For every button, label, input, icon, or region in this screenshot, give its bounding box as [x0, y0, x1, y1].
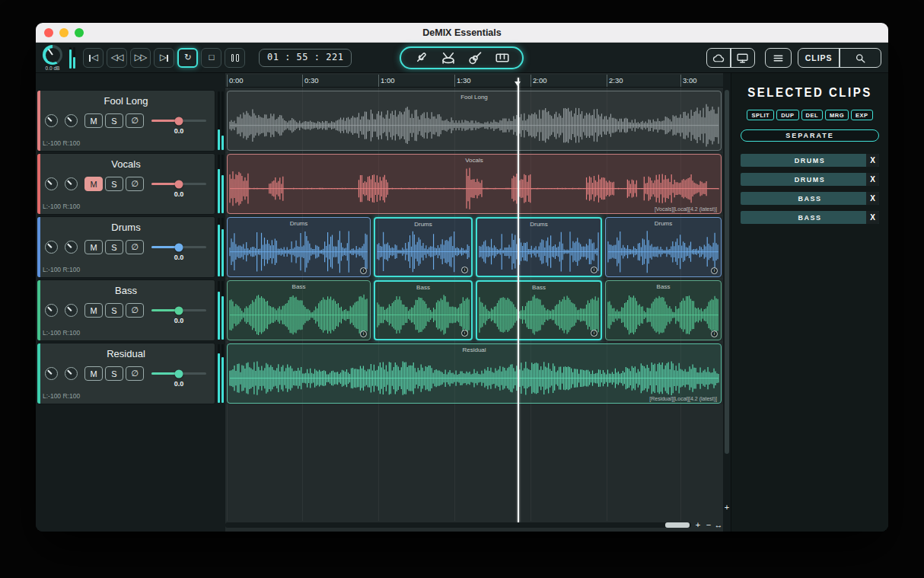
- selected-clip-item[interactable]: DRUMSX: [741, 173, 879, 186]
- track-header[interactable]: Fool LongMS∅0.0L:-100 R:100: [37, 90, 225, 152]
- phase-button[interactable]: ∅: [126, 366, 144, 381]
- mute-button[interactable]: M: [84, 113, 103, 128]
- solo-button[interactable]: S: [105, 366, 123, 381]
- phase-button[interactable]: ∅: [126, 303, 144, 318]
- vertical-zoom-button[interactable]: +: [723, 503, 731, 512]
- trim-knob[interactable]: [65, 304, 78, 317]
- volume-slider[interactable]: [151, 372, 206, 375]
- vertical-scrollbar[interactable]: +: [723, 73, 731, 532]
- volume-slider[interactable]: [151, 120, 206, 122]
- mute-button[interactable]: M: [84, 366, 103, 381]
- zoom-fit-button[interactable]: ↔: [714, 520, 723, 529]
- fast-forward-button[interactable]: ▷▷: [130, 48, 151, 68]
- audio-clip[interactable]: Drumsi: [227, 217, 371, 277]
- horizontal-scrollbar-thumb[interactable]: [665, 522, 690, 528]
- audio-clip[interactable]: Drumsi: [605, 217, 722, 277]
- separate-button[interactable]: SEPARATE: [741, 129, 879, 142]
- pan-knob[interactable]: [45, 177, 58, 190]
- pan-knob[interactable]: [45, 367, 58, 380]
- selected-clip-item[interactable]: BASSX: [741, 211, 879, 224]
- audio-clip[interactable]: Vocals[Vocals][Local][4.2 (latest)]: [227, 154, 722, 214]
- pan-knob[interactable]: [45, 241, 58, 254]
- audio-clip[interactable]: Bassi: [227, 280, 371, 340]
- remove-clip-button[interactable]: X: [866, 211, 879, 224]
- trim-knob[interactable]: [65, 177, 78, 190]
- remove-clip-button[interactable]: X: [866, 154, 879, 167]
- remove-clip-button[interactable]: X: [866, 192, 879, 205]
- pan-knob[interactable]: [45, 114, 58, 127]
- clip-info-badge[interactable]: i: [360, 331, 367, 337]
- clips-button[interactable]: CLIPS: [798, 49, 839, 67]
- skip-end-button[interactable]: ▷: [154, 48, 174, 68]
- clip-info-badge[interactable]: i: [591, 330, 597, 337]
- mute-button[interactable]: M: [84, 177, 103, 191]
- zoom-in-button[interactable]: +: [693, 520, 703, 529]
- slider-thumb[interactable]: [175, 180, 183, 188]
- dup-button[interactable]: DUP: [776, 110, 798, 120]
- track-header-card[interactable]: DrumsMS∅0.0L:-100 R:100: [37, 216, 215, 278]
- volume-slider[interactable]: [151, 183, 206, 185]
- solo-button[interactable]: S: [105, 303, 123, 318]
- del-button[interactable]: DEL: [801, 110, 824, 120]
- mute-button[interactable]: M: [84, 240, 103, 254]
- audio-clip[interactable]: Bassi: [476, 280, 602, 340]
- clip-info-badge[interactable]: i: [360, 267, 367, 274]
- slider-thumb[interactable]: [175, 306, 183, 315]
- vertical-scrollbar-thumb[interactable]: [725, 90, 729, 454]
- volume-slider[interactable]: [151, 246, 206, 248]
- volume-slider[interactable]: [151, 309, 206, 311]
- audio-clip[interactable]: Drumsi: [476, 217, 602, 277]
- clip-info-badge[interactable]: i: [591, 267, 597, 273]
- audio-clip[interactable]: Residual[Residual][Local][4.2 (latest)]: [227, 343, 722, 404]
- horizontal-scrollbar[interactable]: [225, 522, 691, 528]
- track-header-card[interactable]: ResidualMS∅0.0L:-100 R:100: [37, 343, 215, 404]
- audio-clip[interactable]: Bassi: [605, 280, 722, 340]
- piano-icon[interactable]: [495, 50, 510, 65]
- slider-thumb[interactable]: [175, 117, 183, 125]
- mute-button[interactable]: M: [84, 303, 103, 318]
- master-gain-knob[interactable]: [43, 45, 62, 65]
- clip-info-badge[interactable]: i: [461, 330, 468, 337]
- clip-info-badge[interactable]: i: [711, 331, 718, 337]
- track-header[interactable]: ResidualMS∅0.0L:-100 R:100: [37, 343, 225, 404]
- cloud-button[interactable]: [707, 49, 730, 67]
- solo-button[interactable]: S: [105, 113, 123, 128]
- trim-knob[interactable]: [65, 114, 78, 127]
- selected-clip-item[interactable]: BASSX: [741, 192, 879, 205]
- microphone-icon[interactable]: [413, 50, 429, 65]
- exp-button[interactable]: EXP: [851, 110, 873, 120]
- phase-button[interactable]: ∅: [126, 177, 144, 191]
- guitar-icon[interactable]: [467, 50, 483, 65]
- loop-button[interactable]: ↻: [177, 48, 198, 68]
- clip-info-badge[interactable]: i: [461, 267, 468, 273]
- search-button[interactable]: [840, 49, 881, 67]
- playhead[interactable]: [518, 78, 519, 522]
- track-header[interactable]: BassMS∅0.0L:-100 R:100: [37, 279, 225, 341]
- display-button[interactable]: [731, 49, 754, 67]
- mrg-button[interactable]: MRG: [825, 110, 849, 120]
- trim-knob[interactable]: [65, 241, 78, 254]
- split-button[interactable]: SPLIT: [747, 110, 774, 120]
- track-header[interactable]: DrumsMS∅0.0L:-100 R:100: [37, 216, 225, 278]
- rewind-button[interactable]: ◁◁: [107, 48, 127, 68]
- phase-button[interactable]: ∅: [126, 240, 144, 254]
- solo-button[interactable]: S: [105, 177, 123, 191]
- track-header-card[interactable]: BassMS∅0.0L:-100 R:100: [37, 279, 215, 341]
- phase-button[interactable]: ∅: [126, 113, 144, 128]
- track-header-card[interactable]: VocalsMS∅0.0L:-100 R:100: [37, 153, 215, 215]
- stop-button[interactable]: □: [201, 48, 221, 68]
- track-header-card[interactable]: Fool LongMS∅0.0L:-100 R:100: [37, 90, 215, 152]
- skip-start-button[interactable]: ◁: [83, 48, 104, 68]
- timeline-ruler[interactable]: 0:000:301:001:302:002:303:00: [225, 75, 723, 88]
- audio-clip[interactable]: Bassi: [374, 280, 473, 340]
- menu-button[interactable]: [766, 49, 791, 67]
- pause-button[interactable]: [225, 48, 245, 68]
- track-header[interactable]: VocalsMS∅0.0L:-100 R:100: [37, 153, 225, 215]
- slider-thumb[interactable]: [175, 369, 183, 378]
- remove-clip-button[interactable]: X: [866, 173, 879, 186]
- slider-thumb[interactable]: [175, 243, 183, 251]
- solo-button[interactable]: S: [105, 240, 123, 254]
- selected-clip-item[interactable]: DRUMSX: [741, 154, 879, 167]
- pan-knob[interactable]: [45, 304, 58, 317]
- trim-knob[interactable]: [65, 367, 78, 380]
